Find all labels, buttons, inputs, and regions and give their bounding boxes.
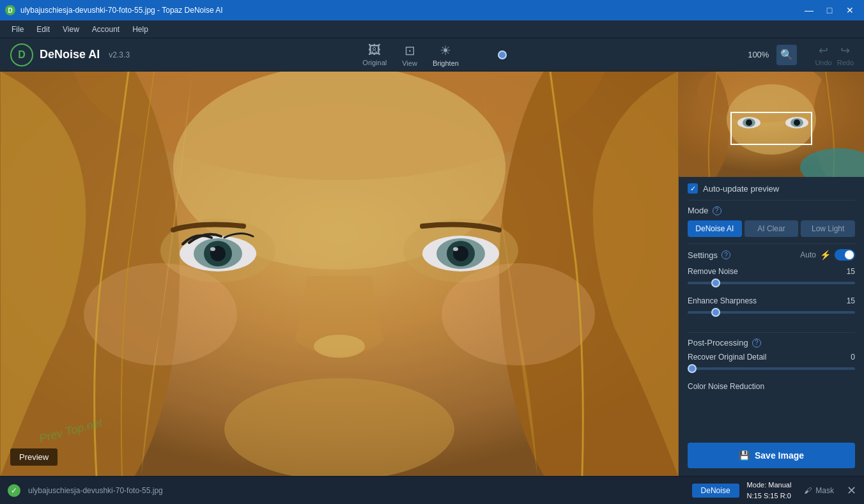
n-value: 15	[754, 492, 762, 500]
enhance-sharpness-group: Enhance Sharpness 15	[688, 296, 855, 317]
s-label: S:	[764, 492, 770, 500]
settings-section: Settings ? Auto ⚡ Remove Noise 15	[679, 244, 864, 332]
mask-button[interactable]: 🖌 Mask	[799, 484, 839, 498]
auto-label: Auto	[800, 250, 816, 259]
post-processing-section: Post-Processing ? Recover Original Detai…	[679, 333, 864, 406]
zoom-button[interactable]: 🔍	[776, 45, 797, 65]
original-label: Original	[362, 59, 387, 66]
mode-low-light[interactable]: Low Light	[801, 220, 855, 237]
recover-detail-slider-wrapper	[688, 364, 855, 373]
lightning-icon: ⚡	[820, 250, 831, 260]
mode-ai-clear[interactable]: AI Clear	[744, 220, 799, 237]
header-tools: 🖼 Original ⊡ View ☀ Brighten	[155, 43, 748, 67]
remove-noise-slider[interactable]	[688, 282, 855, 284]
status-check-icon: ✓	[8, 484, 20, 497]
r-value: 0	[787, 492, 791, 500]
settings-help-icon[interactable]: ?	[721, 250, 730, 259]
mask-icon: 🖌	[804, 486, 812, 495]
save-image-button[interactable]: 💾 Save Image	[688, 443, 855, 468]
brighten-label: Brighten	[433, 59, 459, 67]
status-close-button[interactable]: ✕	[847, 484, 856, 498]
enhance-sharpness-label: Enhance Sharpness	[688, 296, 757, 305]
menu-edit[interactable]: Edit	[30, 22, 56, 36]
remove-noise-label: Remove Noise	[688, 267, 738, 276]
r-label: R:	[780, 492, 787, 500]
mode-value: Manual	[768, 481, 791, 489]
title-bar-left: D ulybajuschiesja-devushki-70-foto-55.jp…	[5, 5, 223, 15]
svg-point-11	[210, 247, 215, 251]
zoom-value: 100%	[748, 50, 769, 59]
svg-point-16	[453, 247, 458, 251]
recover-detail-value: 0	[851, 353, 855, 362]
status-bar: ✓ ulybajuschiesja-devushki-70-foto-55.jp…	[0, 476, 864, 504]
settings-header: Settings ? Auto ⚡	[688, 249, 855, 261]
menu-file[interactable]: File	[5, 22, 30, 36]
preview-label: Preview	[10, 448, 58, 466]
brighten-slider[interactable]	[464, 54, 541, 56]
denoise-badge-button[interactable]: DeNoise	[692, 484, 739, 498]
recover-detail-label: Recover Original Detail	[688, 353, 766, 362]
undo-button[interactable]: ↩ Undo	[815, 43, 831, 66]
mode-help-icon[interactable]: ?	[713, 206, 721, 215]
menu-account[interactable]: Account	[86, 22, 126, 36]
redo-button[interactable]: ↪ Redo	[837, 43, 854, 66]
svg-point-20	[224, 378, 454, 476]
original-icon: 🖼	[368, 43, 381, 57]
enhance-sharpness-header: Enhance Sharpness 15	[688, 296, 855, 305]
auto-update-checkbox[interactable]: ✓	[688, 183, 698, 194]
mode-header: Mode ?	[688, 206, 855, 215]
remove-noise-value: 15	[847, 267, 855, 276]
recover-detail-group: Recover Original Detail 0	[688, 353, 855, 373]
mask-label: Mask	[815, 486, 834, 495]
settings-left: Settings ?	[688, 250, 730, 260]
save-label: Save Image	[755, 450, 804, 461]
svg-point-18	[84, 263, 237, 365]
enhance-sharpness-value: 15	[847, 296, 855, 305]
app-header: D DeNoise AI v2.3.3 🖼 Original ⊡ View ☀ …	[0, 38, 864, 72]
title-bar-controls: — □ ✕	[800, 4, 859, 17]
remove-noise-header: Remove Noise 15	[688, 267, 855, 276]
n-label: N:	[747, 492, 754, 500]
menu-bar: File Edit View Account Help	[0, 20, 864, 38]
right-panel: ✓ Auto-update preview Mode ? DeNoise AI …	[679, 72, 864, 476]
view-tool[interactable]: ⊡ View	[402, 43, 417, 67]
post-processing-help-icon[interactable]: ?	[752, 339, 761, 347]
thumbnail-svg	[679, 72, 864, 177]
maximize-button[interactable]: □	[821, 4, 838, 17]
close-button[interactable]: ✕	[841, 4, 859, 17]
remove-noise-slider-wrapper	[688, 279, 855, 287]
app-title: DeNoise AI	[40, 48, 100, 61]
s-value: 15	[770, 492, 778, 500]
enhance-sharpness-slider[interactable]	[688, 311, 855, 314]
mode-title: Mode	[688, 206, 709, 215]
save-section: 💾 Save Image	[679, 435, 864, 476]
header-right: 100% 🔍 ↩ Undo ↪ Redo	[748, 43, 854, 66]
auto-update-section: ✓ Auto-update preview	[679, 177, 864, 200]
settings-toggle[interactable]	[835, 249, 855, 261]
title-bar: D ulybajuschiesja-devushki-70-foto-55.jp…	[0, 0, 864, 20]
view-icon: ⊡	[405, 43, 415, 58]
app-version: v2.3.3	[109, 50, 130, 59]
app-logo: D DeNoise AI v2.3.3	[10, 43, 130, 66]
color-noise-group: Color Noise Reduction	[688, 382, 855, 391]
post-processing-title: Post-Processing	[688, 338, 748, 347]
mode-section: Mode ? DeNoise AI AI Clear Low Light	[679, 201, 864, 243]
brighten-section: ☀ Brighten	[433, 43, 541, 67]
minimize-button[interactable]: —	[800, 4, 818, 17]
enhance-sharpness-slider-wrapper	[688, 308, 855, 317]
menu-view[interactable]: View	[56, 22, 86, 36]
svg-point-31	[794, 119, 800, 126]
original-tool[interactable]: 🖼 Original	[362, 43, 387, 66]
mode-denoise-ai[interactable]: DeNoise AI	[688, 220, 742, 237]
mode-label: Mode:	[747, 481, 767, 489]
window-title: ulybajuschiesja-devushki-70-foto-55.jpg …	[20, 6, 223, 15]
brighten-tool: ☀ Brighten	[433, 43, 459, 67]
menu-help[interactable]: Help	[126, 22, 155, 36]
svg-point-23	[679, 72, 730, 177]
save-icon: 💾	[739, 450, 750, 461]
recover-detail-slider[interactable]	[688, 367, 855, 370]
canvas-area: Preview Prev Top.net	[0, 72, 679, 476]
face-svg	[0, 72, 679, 476]
thumbnail-image	[679, 72, 864, 177]
svg-point-28	[746, 119, 752, 126]
